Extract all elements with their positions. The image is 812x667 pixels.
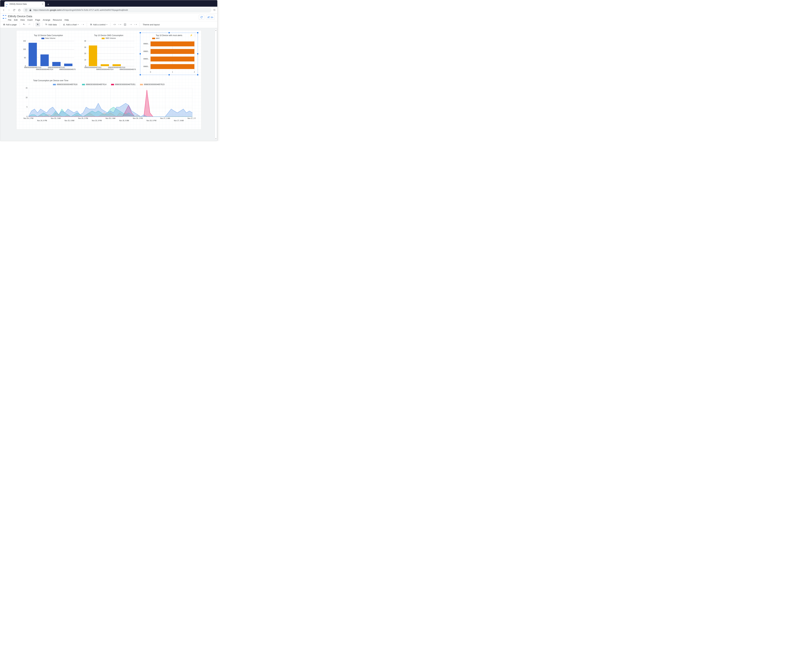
zoom-level[interactable]: 70 [213,9,215,11]
vertical-scrollbar[interactable]: ▴ ▾ [215,29,217,140]
svg-text:Nov 26, 8 AM: Nov 26, 8 AM [119,120,129,121]
svg-text:10: 10 [25,96,27,98]
chart-title: Top 10 Device Data Consumption [20,33,77,37]
svg-text:A: A [124,24,126,25]
menu-view[interactable]: View [20,19,25,21]
redo-button[interactable] [27,23,31,27]
toolbar: ⊕Add a page Add data Add a chart Add a c… [0,21,217,28]
chart-total-consumption[interactable]: Total Consumption per Device over Time 8… [20,78,197,124]
svg-text:Nov 27, 8 AM: Nov 27, 8 AM [174,120,184,121]
menu-edit[interactable]: Edit [14,19,18,21]
theme-layout-button[interactable]: Theme and layout [142,23,161,27]
more-icon[interactable]: ⋮ [194,34,196,37]
add-data-label: Add data [48,23,57,26]
svg-text:89883…: 89883… [143,50,149,52]
add-data-button[interactable]: Add data [44,23,58,27]
chart-legend: alert [141,37,197,40]
browser-tab[interactable]: EMnify Device Data × [4,2,45,7]
svg-point-3 [81,25,82,25]
svg-rect-40 [113,64,121,66]
svg-text:89883…: 89883… [143,43,149,45]
svg-rect-21 [40,55,48,66]
svg-rect-52 [151,41,194,46]
svg-rect-7 [119,24,119,25]
svg-text:50: 50 [24,57,26,59]
embed-button[interactable] [113,23,117,27]
address-bar: https://datastudio.google.com/u/0/report… [0,7,217,13]
document-title[interactable]: EMnify Device Data [8,15,69,18]
menu-file[interactable]: File [8,19,12,21]
home-button[interactable] [18,8,21,12]
svg-text:8988303000004875351: 8988303000004875351 [84,66,101,68]
svg-text:8988303000004875351: 8988303000004875351 [48,66,65,68]
svg-rect-39 [101,64,109,66]
chart-legend: Data Volume [20,37,77,40]
select-tool-button[interactable] [36,23,40,27]
svg-text:0: 0 [150,71,151,73]
svg-text:20: 20 [84,53,86,55]
svg-text:Nov 25, 8 PM: Nov 25, 8 PM [92,120,102,121]
add-control-button[interactable]: Add a control [89,23,108,27]
add-page-button[interactable]: ⊕Add a page [2,22,18,27]
svg-point-4 [90,24,91,24]
forward-button[interactable] [7,8,10,12]
back-button[interactable] [2,8,5,12]
svg-text:8988303000004857614: 8988303000004857614 [96,68,113,70]
share-label: Sh [210,16,213,18]
shield-icon [25,9,27,12]
svg-text:15: 15 [25,87,27,89]
url-input[interactable]: https://datastudio.google.com/u/0/report… [23,8,211,13]
chart-title: Top 10 Device with most alerts [141,33,197,37]
community-viz-button[interactable] [80,23,85,27]
svg-text:Nov 24, 2 PM: Nov 24, 2 PM [23,118,33,119]
report-page[interactable]: Top 10 Device Data Consumption Data Volu… [16,30,201,129]
lock-icon [29,9,31,12]
svg-rect-38 [89,45,97,66]
lightning-icon[interactable]: ⚡ [190,34,192,37]
svg-text:89883…: 89883… [143,66,149,67]
svg-text:150: 150 [23,40,26,42]
url-text: https://datastudio.google.com/u/0/report… [33,9,128,11]
svg-rect-58 [151,64,194,69]
svg-text:8988303000004857614: 8988303000004857614 [36,68,53,70]
text-button[interactable]: A [123,23,127,27]
add-chart-label: Add a chart [66,23,77,26]
chart-data-consumption[interactable]: Top 10 Device Data Consumption Data Volu… [20,33,77,74]
undo-button[interactable] [22,23,26,27]
reload-button[interactable] [13,8,16,12]
menu-insert[interactable]: Insert [27,19,33,21]
svg-text:30: 30 [84,46,86,48]
svg-text:Nov 27, 2 AM: Nov 27, 2 AM [160,118,170,119]
menu-arrange[interactable]: Arrange [43,19,50,21]
svg-text:Nov 24, 8 PM: Nov 24, 8 PM [37,120,47,121]
svg-text:Nov 26, 2 PM: Nov 26, 2 PM [133,118,143,119]
new-tab-button[interactable]: + [46,2,50,7]
menu-help[interactable]: Help [65,19,69,21]
svg-text:2: 2 [194,71,195,73]
svg-text:100: 100 [23,48,26,50]
menu-page[interactable]: Page [35,19,40,21]
share-button[interactable]: Sh [206,15,215,20]
svg-rect-56 [151,56,194,61]
close-tab-icon[interactable]: × [42,3,43,5]
refresh-data-button[interactable] [199,15,204,20]
svg-text:0: 0 [27,116,27,118]
svg-text:898830300000048576…: 898830300000048576… [59,68,76,70]
chart-alerts[interactable]: ⚡ ⋮ Top 10 Device with most alerts alert… [141,33,197,74]
svg-text:40: 40 [84,40,86,42]
chart-legend: SMS Volume [81,37,137,40]
scroll-down-icon[interactable]: ▾ [215,138,217,140]
menu-resource[interactable]: Resource [53,19,62,21]
app-header: EMnify Device Data File Edit View Insert… [0,13,217,21]
shape-button[interactable] [133,23,138,27]
scroll-up-icon[interactable]: ▴ [215,29,217,32]
svg-point-5 [91,24,92,25]
svg-rect-54 [151,49,194,54]
svg-text:5: 5 [27,106,27,108]
canvas[interactable]: Top 10 Device Data Consumption Data Volu… [0,28,217,141]
add-chart-button[interactable]: Add a chart [62,23,80,27]
theme-layout-label: Theme and layout [143,23,160,26]
chart-sms-consumption[interactable]: Top 10 Device SMS Consumption SMS Volume… [81,33,137,74]
line-button[interactable] [128,23,133,27]
image-button[interactable] [118,23,122,27]
